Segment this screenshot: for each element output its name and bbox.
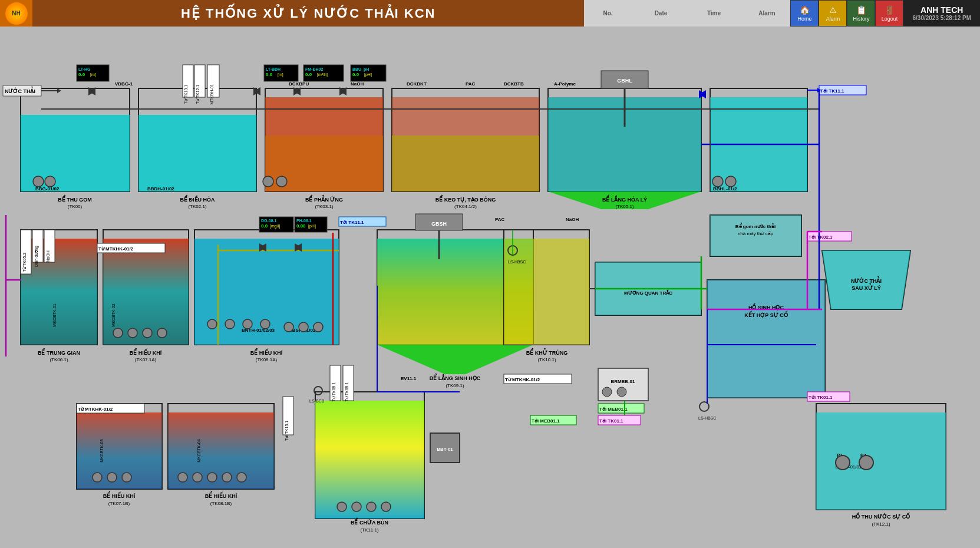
svg-rect-17	[710, 88, 807, 192]
svg-marker-216	[339, 87, 347, 95]
svg-point-226	[157, 328, 167, 338]
svg-text:BBT-01: BBT-01	[437, 447, 453, 452]
svg-point-225	[143, 328, 152, 338]
svg-text:(TK07.1B): (TK07.1B)	[108, 501, 130, 506]
svg-text:0.00: 0.00	[296, 223, 306, 229]
svg-rect-140	[707, 280, 825, 398]
svg-rect-79	[194, 230, 339, 345]
svg-rect-138	[315, 392, 424, 519]
svg-text:BỂ TRUNG GIAN: BỂ TRUNG GIAN	[38, 348, 80, 356]
svg-text:Tới TK02.1: Tới TK02.1	[809, 235, 833, 240]
svg-text:Từ MTKHK-01/2: Từ MTKHK-01/2	[78, 407, 113, 412]
svg-rect-90	[710, 215, 801, 256]
svg-text:HỒ SINH HỌC: HỒ SINH HỌC	[748, 303, 784, 311]
svg-text:BNTH-01/02/03: BNTH-01/02/03	[242, 328, 275, 333]
svg-text:Tới TK11.1: Tới TK11.1	[820, 88, 844, 94]
svg-text:(TK12.1): (TK12.1)	[872, 521, 890, 527]
svg-text:BỂ HIẾU KHÍ: BỂ HIẾU KHÍ	[250, 348, 283, 356]
svg-rect-87	[595, 262, 701, 315]
svg-text:BBU_pH: BBU_pH	[352, 67, 369, 72]
svg-rect-78	[103, 239, 189, 345]
svg-rect-188	[77, 404, 144, 413]
svg-point-174	[314, 387, 322, 395]
svg-text:(TK03.1): (TK03.1)	[315, 204, 333, 209]
svg-rect-82	[377, 239, 533, 345]
svg-rect-176	[283, 397, 293, 435]
svg-rect-136	[168, 404, 274, 489]
svg-text:(TK11.1): (TK11.1)	[360, 527, 378, 533]
svg-text:BBDH-01/02: BBDH-01/02	[147, 186, 174, 192]
svg-rect-4	[138, 115, 256, 192]
svg-rect-180	[343, 365, 354, 401]
svg-text:0.0: 0.0	[305, 72, 312, 77]
svg-rect-178	[330, 365, 341, 401]
svg-rect-49	[819, 85, 866, 95]
svg-point-242	[337, 502, 347, 511]
svg-text:0.0: 0.0	[261, 223, 268, 229]
svg-text:BBSH-01/02: BBSH-01/02	[289, 328, 316, 333]
svg-text:P1: P1	[837, 453, 843, 458]
svg-rect-8	[392, 88, 539, 192]
svg-text:FM-ĐH02: FM-ĐH02	[305, 67, 323, 71]
svg-text:BỂ CHỨA BÙN: BỂ CHỨA BÙN	[351, 517, 388, 526]
svg-rect-55	[194, 65, 205, 97]
svg-marker-83	[377, 345, 533, 374]
svg-marker-93	[822, 250, 910, 309]
svg-text:Tới TK01.1: Tới TK01.1	[809, 395, 833, 400]
svg-point-223	[113, 328, 123, 338]
svg-point-156	[602, 387, 612, 397]
svg-rect-85	[504, 239, 589, 345]
svg-text:MKCBTK-04: MKCBTK-04	[197, 439, 201, 462]
svg-marker-211	[253, 87, 260, 95]
logout-button[interactable]: 🚪 Logout	[875, 0, 903, 27]
svg-text:PAC: PAC	[495, 217, 505, 222]
svg-rect-9	[392, 97, 539, 192]
svg-text:LS-BCB: LS-BCB	[309, 399, 325, 403]
svg-text:MƯƠNG QUAN TRẮC: MƯƠNG QUAN TRẮC	[624, 289, 672, 296]
svg-rect-29	[77, 65, 109, 81]
svg-text:[m]: [m]	[90, 72, 96, 77]
svg-marker-221	[699, 90, 706, 98]
svg-text:(TK08.1A): (TK08.1A)	[256, 357, 278, 362]
svg-text:(TK05.1): (TK05.1)	[615, 204, 633, 209]
svg-rect-33	[264, 65, 298, 81]
alarm-button[interactable]: ⚠ Alarm	[819, 0, 847, 27]
svg-text:Bể gom nước thải: Bể gom nước thải	[735, 222, 776, 229]
svg-text:HỒ THU NƯỚC SỰ CỐ: HỒ THU NƯỚC SỰ CỐ	[852, 512, 910, 520]
svg-rect-119	[807, 232, 852, 241]
svg-rect-81	[377, 230, 533, 345]
svg-marker-213	[293, 87, 301, 95]
svg-text:PAC: PAC	[466, 81, 476, 87]
svg-point-245	[381, 502, 391, 511]
svg-marker-222	[699, 90, 706, 98]
svg-text:LT-BĐH: LT-BĐH	[266, 67, 281, 71]
svg-marker-212	[253, 87, 260, 95]
svg-text:nhà máy thứ cấp: nhà máy thứ cấp	[738, 231, 774, 236]
diagram: GBHL BỂ THU GOM (TK00) BỂ ĐIỀU HÒA (TK02…	[0, 27, 980, 548]
svg-point-247	[859, 455, 873, 470]
svg-point-231	[284, 322, 293, 332]
home-button[interactable]: 🏠 Home	[790, 0, 819, 27]
svg-text:BỂ LẮNG HÓA LÝ: BỂ LẮNG HÓA LÝ	[602, 194, 647, 203]
svg-text:BBG-01/02: BBG-01/02	[35, 186, 60, 192]
svg-point-236	[122, 473, 131, 482]
svg-point-233	[314, 322, 323, 332]
svg-text:0.0: 0.0	[352, 72, 359, 77]
svg-rect-166	[807, 392, 850, 401]
svg-text:A-Polyme: A-Polyme	[554, 81, 576, 87]
svg-text:BỂ PHẢN ỨNG: BỂ PHẢN ỨNG	[305, 194, 343, 203]
svg-rect-160	[530, 415, 576, 425]
history-button[interactable]: 📋 History	[847, 0, 875, 27]
svg-point-240	[222, 473, 232, 482]
svg-text:(TK00): (TK00)	[68, 204, 83, 209]
svg-text:Tới TK13.1: Tới TK13.1	[285, 421, 289, 441]
svg-text:(TK06.1): (TK06.1)	[50, 357, 68, 362]
svg-rect-107	[259, 217, 293, 232]
svg-point-239	[207, 473, 217, 482]
svg-text:DO-08.1: DO-08.1	[261, 219, 277, 223]
date-col: Date	[643, 10, 678, 16]
svg-rect-80	[194, 239, 339, 345]
svg-marker-13	[548, 192, 701, 209]
svg-point-237	[178, 473, 187, 482]
svg-text:VĐBG-1: VĐBG-1	[115, 81, 133, 87]
